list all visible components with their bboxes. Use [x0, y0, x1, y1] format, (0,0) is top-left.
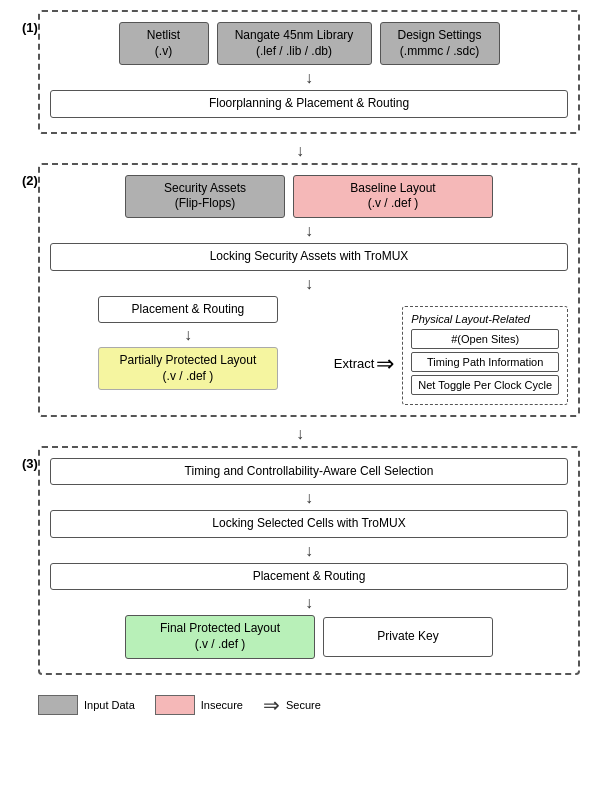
arrow-between-2-3: ↓	[20, 425, 580, 443]
legend-insecure-label: Insecure	[201, 699, 243, 711]
partially-protected-box: Partially Protected Layout (.v / .def )	[98, 347, 278, 390]
step3-row: Placement & Routing	[50, 563, 568, 591]
arrow-2b: ↓	[50, 275, 568, 293]
final-protected-box: Final Protected Layout (.v / .def )	[125, 615, 315, 658]
floorplanning-box: Floorplanning & Placement & Routing	[50, 90, 568, 118]
placement-routing-2-box: Placement & Routing	[98, 296, 278, 324]
section2-left: Placement & Routing ↓ Partially Protecte…	[50, 296, 326, 391]
extract-label: Extract	[334, 356, 374, 371]
extract-arrow-area: Extract ⇒	[334, 351, 394, 377]
private-key-box: Private Key	[323, 617, 493, 657]
placement-routing-3-box: Placement & Routing	[50, 563, 568, 591]
section2-top-row: Security Assets (Flip-Flops) Baseline La…	[50, 175, 568, 218]
locking-row: Locking Security Assets with TroMUX	[50, 243, 568, 271]
netlist-box: Netlist (.v)	[119, 22, 209, 65]
baseline-layout-box: Baseline Layout (.v / .def )	[293, 175, 493, 218]
diagram-container: (1) Netlist (.v) Nangate 45nm Library (.…	[20, 10, 580, 727]
section2-bottom: Placement & Routing ↓ Partially Protecte…	[50, 296, 568, 405]
legend-input-label: Input Data	[84, 699, 135, 711]
section-1-label: (1)	[22, 20, 38, 35]
floorplanning-row: Floorplanning & Placement & Routing	[50, 90, 568, 118]
locking-box: Locking Security Assets with TroMUX	[50, 243, 568, 271]
legend-insecure: Insecure	[155, 695, 243, 715]
arrow-3a: ↓	[50, 489, 568, 507]
extract-arrow-icon: ⇒	[376, 351, 394, 377]
legend-arrow-icon: ⇒	[263, 693, 280, 717]
security-assets-box: Security Assets (Flip-Flops)	[125, 175, 285, 218]
legend-secure: ⇒ Secure	[263, 693, 321, 717]
legend-secure-label: Secure	[286, 699, 321, 711]
net-toggle-box: Net Toggle Per Clock Cycle	[411, 375, 559, 395]
arrow-2c: ↓	[184, 326, 192, 344]
arrow-2a: ↓	[50, 222, 568, 240]
final-row: Final Protected Layout (.v / .def ) Priv…	[50, 615, 568, 658]
design-settings-box: Design Settings (.mmmc / .sdc)	[380, 22, 500, 65]
nangate-box: Nangate 45nm Library (.lef / .lib / .db)	[217, 22, 372, 65]
arrow-1: ↓	[50, 69, 568, 87]
step1-row: Timing and Controllability-Aware Cell Se…	[50, 458, 568, 486]
section-2-label: (2)	[22, 173, 38, 188]
section1-inputs: Netlist (.v) Nangate 45nm Library (.lef …	[50, 22, 568, 65]
timing-path-box: Timing Path Information	[411, 352, 559, 372]
section-3-label: (3)	[22, 456, 38, 471]
section-1: (1) Netlist (.v) Nangate 45nm Library (.…	[38, 10, 580, 134]
arrow-3b: ↓	[50, 542, 568, 560]
arrow-3c: ↓	[50, 594, 568, 612]
legend-gray-box	[38, 695, 78, 715]
legend: Input Data Insecure ⇒ Secure	[38, 683, 580, 727]
section-2: (2) Security Assets (Flip-Flops) Baselin…	[38, 163, 580, 417]
legend-input: Input Data	[38, 695, 135, 715]
legend-pink-box	[155, 695, 195, 715]
physical-layout-box: Physical Layout-Related #(Open Sites) Ti…	[402, 306, 568, 405]
physical-layout-title: Physical Layout-Related	[411, 313, 559, 325]
timing-cell-selection-box: Timing and Controllability-Aware Cell Se…	[50, 458, 568, 486]
step2-row: Locking Selected Cells with TroMUX	[50, 510, 568, 538]
section-3: (3) Timing and Controllability-Aware Cel…	[38, 446, 580, 675]
open-sites-box: #(Open Sites)	[411, 329, 559, 349]
section2-right: Physical Layout-Related #(Open Sites) Ti…	[402, 306, 568, 405]
arrow-between-1-2: ↓	[20, 142, 580, 160]
locking-selected-box: Locking Selected Cells with TroMUX	[50, 510, 568, 538]
